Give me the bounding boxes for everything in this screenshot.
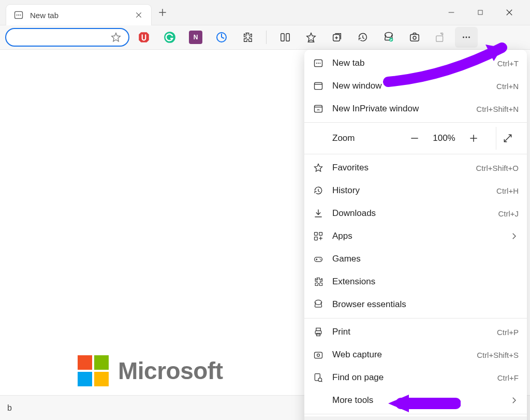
menu-item-browser-essentials[interactable]: Browser essentials xyxy=(304,293,527,316)
svg-point-19 xyxy=(316,63,317,64)
zoom-value: 100% xyxy=(431,133,458,143)
grammarly-extension-icon[interactable] xyxy=(158,27,181,48)
svg-marker-39 xyxy=(388,395,409,412)
svg-point-13 xyxy=(413,36,416,39)
menu-item-web-capture[interactable]: Web capture Ctrl+Shift+S xyxy=(304,343,527,366)
zoom-out-button[interactable] xyxy=(406,129,423,147)
svg-rect-25 xyxy=(319,233,322,236)
microsoft-logo-icon xyxy=(78,355,109,386)
downloads-icon xyxy=(313,208,324,219)
svg-point-2 xyxy=(18,15,19,16)
menu-item-apps[interactable]: Apps xyxy=(304,225,527,248)
find-icon xyxy=(313,372,324,383)
collections-button[interactable] xyxy=(326,27,348,48)
title-bar: New tab xyxy=(0,0,530,25)
menu-separator xyxy=(304,318,527,318)
svg-rect-26 xyxy=(315,237,318,240)
menu-item-settings[interactable]: Settings xyxy=(304,416,527,420)
new-tab-icon xyxy=(313,57,324,69)
new-tab-button[interactable] xyxy=(151,2,174,23)
window-maximize-button[interactable] xyxy=(466,0,495,25)
menu-separator xyxy=(304,122,527,123)
microsoft-logo-text: Microsoft xyxy=(118,357,223,385)
svg-point-3 xyxy=(20,15,21,16)
svg-rect-30 xyxy=(315,331,321,335)
svg-rect-27 xyxy=(315,257,322,262)
annotation-arrow-top xyxy=(383,40,523,87)
shortcut-text: Ctrl+Shift+O xyxy=(476,164,519,172)
web-capture-icon xyxy=(313,349,324,360)
menu-item-extensions[interactable]: Extensions xyxy=(304,270,527,293)
window-minimize-button[interactable] xyxy=(437,0,466,25)
svg-point-17 xyxy=(468,37,470,38)
history-button[interactable] xyxy=(351,27,374,48)
browser-tab[interactable]: New tab xyxy=(6,5,151,25)
svg-point-34 xyxy=(317,354,320,356)
svg-rect-22 xyxy=(315,82,322,89)
inprivate-icon xyxy=(313,103,324,114)
svg-rect-8 xyxy=(281,34,284,41)
window-close-button[interactable] xyxy=(495,0,524,25)
svg-point-36 xyxy=(318,378,322,382)
privacy-extension-icon[interactable] xyxy=(210,27,233,48)
svg-rect-33 xyxy=(315,352,322,358)
menu-item-games[interactable]: Games xyxy=(304,248,527,270)
shortcut-text: Ctrl+F xyxy=(497,373,519,382)
browser-essentials-icon xyxy=(313,299,324,310)
menu-item-zoom: Zoom 100% xyxy=(304,125,527,152)
print-icon xyxy=(313,326,324,338)
favorites-icon xyxy=(313,162,324,173)
shortcut-text: Ctrl+P xyxy=(497,328,519,337)
menu-separator xyxy=(304,154,527,154)
tab-title: New tab xyxy=(30,11,127,20)
extensions-button[interactable] xyxy=(236,27,259,48)
split-screen-button[interactable] xyxy=(274,27,297,48)
toolbar-separator xyxy=(266,31,267,44)
chevron-right-icon xyxy=(509,396,519,405)
new-tab-page-icon xyxy=(13,10,24,20)
menu-item-print[interactable]: Print Ctrl+P xyxy=(304,321,527,343)
svg-rect-23 xyxy=(315,105,322,112)
zoom-in-button[interactable] xyxy=(465,129,482,147)
menu-item-favorites[interactable]: Favorites Ctrl+Shift+O xyxy=(304,156,527,179)
svg-point-29 xyxy=(320,259,321,260)
address-bar[interactable] xyxy=(5,28,129,47)
svg-rect-9 xyxy=(286,34,289,41)
svg-point-16 xyxy=(466,37,467,38)
blank-icon xyxy=(313,395,324,406)
onenote-extension-icon[interactable]: N xyxy=(184,27,207,48)
annotation-arrow-bottom xyxy=(383,390,461,416)
history-icon xyxy=(313,185,324,196)
svg-point-28 xyxy=(320,258,321,259)
menu-item-find-on-page[interactable]: Find on page Ctrl+F xyxy=(304,366,527,389)
menu-item-new-inprivate[interactable]: New InPrivate window Ctrl+Shift+N xyxy=(304,97,527,120)
svg-rect-4 xyxy=(478,10,482,15)
extensions-icon xyxy=(313,276,324,287)
svg-point-1 xyxy=(17,15,18,16)
svg-marker-5 xyxy=(139,32,149,42)
svg-point-20 xyxy=(318,63,319,64)
shortcut-text: Ctrl+H xyxy=(496,186,519,195)
games-icon xyxy=(313,253,324,265)
svg-rect-24 xyxy=(315,233,318,236)
shortcut-text: Ctrl+Shift+N xyxy=(476,105,519,113)
favorite-star-icon[interactable] xyxy=(110,31,122,44)
apps-icon xyxy=(313,230,324,242)
new-window-icon xyxy=(313,80,324,92)
svg-point-21 xyxy=(319,63,320,64)
tab-close-button[interactable] xyxy=(134,10,144,20)
fullscreen-button[interactable] xyxy=(496,127,519,150)
favorites-button[interactable] xyxy=(300,27,322,48)
bottom-bar-text: b xyxy=(7,403,12,413)
shortcut-text: Ctrl+Shift+S xyxy=(477,351,519,359)
svg-point-15 xyxy=(463,37,464,38)
app-menu: New tab Ctrl+T New window Ctrl+N New InP… xyxy=(304,50,527,420)
svg-rect-31 xyxy=(316,328,320,331)
menu-item-downloads[interactable]: Downloads Ctrl+J xyxy=(304,202,527,225)
microsoft-logo: Microsoft xyxy=(78,355,223,386)
svg-rect-32 xyxy=(317,334,320,336)
chevron-right-icon xyxy=(509,231,519,241)
menu-item-history[interactable]: History Ctrl+H xyxy=(304,179,527,202)
adblock-extension-icon[interactable] xyxy=(132,27,155,48)
shortcut-text: Ctrl+J xyxy=(498,209,519,218)
